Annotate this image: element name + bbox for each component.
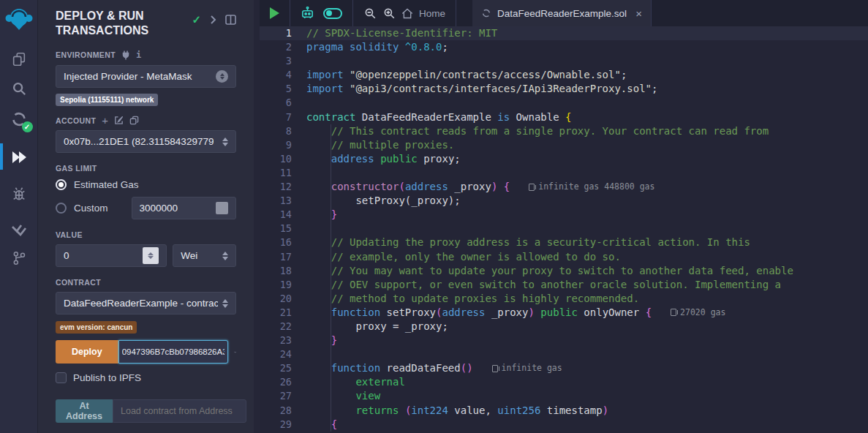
tab-title: DataFeedReaderExample.sol (497, 8, 627, 19)
ai-toggle[interactable] (323, 8, 342, 19)
home-label[interactable]: Home (419, 8, 445, 19)
code-line[interactable]: 3 (260, 54, 868, 68)
custom-gas-input[interactable]: 3000000 (132, 197, 236, 219)
code-line[interactable]: 8 // This contract reads from a single p… (260, 124, 868, 138)
ipfs-checkbox[interactable] (56, 372, 67, 383)
ai-segment (290, 0, 353, 26)
code-line[interactable]: 10 address public proxy; (260, 152, 868, 166)
home-icon[interactable] (401, 8, 413, 19)
account-select[interactable]: 0x07b...21DE1 (82.311584329779 (56, 130, 236, 153)
code-line[interactable]: 23 } (260, 334, 868, 347)
debugger-icon[interactable] (10, 184, 29, 203)
code-line[interactable]: 17 // example, only the owner is allowed… (260, 250, 868, 264)
at-address-button[interactable]: At Address (56, 399, 113, 423)
deploy-button[interactable]: Deploy (56, 340, 118, 364)
line-number: 12 (260, 180, 292, 194)
code-line[interactable]: 20 // method to update proxies is highly… (260, 292, 868, 306)
code-line[interactable]: 29 { (260, 418, 868, 432)
select-arrows-icon (222, 138, 228, 146)
line-number: 24 (260, 347, 292, 361)
code-line[interactable]: 5import "@api3/contracts/interfaces/IApi… (260, 82, 868, 96)
copy-icon[interactable] (129, 116, 139, 125)
line-number: 11 (260, 166, 292, 180)
code-line[interactable]: 2pragma solidity ^0.8.0; (260, 40, 868, 54)
code-line[interactable]: 25 function readDataFeed()infinite gas (260, 361, 868, 375)
chevron-down-icon[interactable] (234, 349, 236, 355)
code-line[interactable]: 4import "@openzeppelin/contracts/access/… (260, 68, 868, 82)
close-icon[interactable]: × (635, 7, 642, 20)
code-line[interactable]: 19 // OEV support, or even switch to ano… (260, 278, 868, 292)
line-number: 10 (260, 152, 292, 166)
line-number: 25 (260, 361, 292, 375)
publish-ipfs-row[interactable]: Publish to IPFS (56, 372, 236, 383)
code-line[interactable]: 16 // Updating the proxy address is a se… (260, 236, 868, 249)
line-number: 22 (260, 320, 292, 334)
code-line[interactable]: 13 setProxy(_proxy); (260, 194, 868, 208)
solidity-compiler-icon[interactable]: ✓ (10, 110, 29, 129)
unit-select-arrows-icon (222, 252, 228, 260)
line-number: 8 (260, 124, 292, 138)
gas-estimate-annotation: infinite gas 448800 gas (529, 180, 654, 194)
code-line[interactable]: 7contract DataFeedReaderExample is Ownab… (260, 110, 868, 124)
plug-icon[interactable] (121, 50, 130, 60)
icon-rail: ✓ (0, 0, 38, 433)
code-editor[interactable]: 1// SPDX-License-Identifier: MIT2pragma … (260, 26, 868, 433)
code-line[interactable]: 12 constructor(address _proxy) {infinite… (260, 180, 868, 194)
at-address-input[interactable] (113, 399, 246, 423)
value-spinner[interactable] (143, 247, 159, 264)
code-line[interactable]: 6 (260, 96, 868, 110)
search-icon[interactable] (10, 79, 29, 98)
line-number: 14 (260, 208, 292, 222)
active-plugin-indicator (0, 143, 3, 170)
line-number: 6 (260, 96, 292, 110)
contract-select-arrows-icon (222, 299, 228, 308)
environment-select[interactable]: Injected Provider - MetaMask (56, 65, 236, 88)
info-icon[interactable]: i (136, 50, 141, 60)
code-line[interactable]: 26 external (260, 375, 868, 389)
zoom-in-icon[interactable] (382, 7, 396, 20)
code-line[interactable]: 28 returns (int224 value, uint256 timest… (260, 404, 868, 418)
network-badge: Sepolia (11155111) network (56, 94, 158, 106)
pin-panel-icon[interactable] (225, 15, 236, 25)
chevron-right-icon[interactable] (210, 15, 216, 24)
tab-datafeedreaderexample[interactable]: DataFeedReaderExample.sol × (472, 0, 652, 26)
code-line[interactable]: 14 } (260, 208, 868, 222)
editor-toolbar: Home DataFeedReaderExample.sol × (260, 0, 868, 26)
deploy-args-input[interactable] (118, 340, 228, 364)
code-line[interactable]: 1// SPDX-License-Identifier: MIT (260, 26, 868, 40)
static-analysis-icon[interactable] (10, 219, 29, 238)
environment-toggle-icon[interactable] (216, 70, 228, 83)
ipfs-label: Publish to IPFS (73, 372, 141, 383)
code-line[interactable]: 15 (260, 222, 868, 236)
line-number: 23 (260, 334, 292, 347)
custom-gas-radio[interactable] (56, 203, 67, 214)
code-line[interactable]: 22 proxy = _proxy; (260, 320, 868, 334)
gas-input-handle (216, 202, 228, 214)
edit-icon[interactable] (114, 116, 124, 125)
play-icon[interactable] (270, 7, 279, 19)
code-line[interactable]: 11 (260, 166, 868, 180)
value-input[interactable]: 0 (56, 244, 167, 267)
line-number: 27 (260, 389, 292, 403)
gas-pump-icon (671, 309, 676, 316)
code-line[interactable]: 27 view (260, 389, 868, 403)
gas-limit-label: GAS LIMIT (56, 164, 97, 173)
value-unit-select[interactable]: Wei (173, 244, 236, 267)
zoom-out-icon[interactable] (363, 7, 377, 20)
deploy-run-icon[interactable] (10, 148, 29, 167)
file-explorer-icon[interactable] (10, 50, 29, 69)
line-number: 15 (260, 222, 292, 236)
contract-select[interactable]: DataFeedReaderExample - contracts (56, 292, 236, 315)
line-number: 9 (260, 138, 292, 152)
panel-title: DEPLOY & RUN TRANSACTIONS (56, 9, 180, 38)
code-line[interactable]: 21 function setProxy(address _proxy) pub… (260, 306, 868, 320)
code-line[interactable]: 18 // You may want to update your proxy … (260, 264, 868, 278)
estimated-gas-radio[interactable] (56, 179, 67, 190)
code-line[interactable]: 24 (260, 347, 868, 361)
robot-icon[interactable] (301, 7, 314, 20)
remix-logo[interactable] (3, 3, 35, 37)
code-line[interactable]: 9 // multiple proxies. (260, 138, 868, 152)
git-icon[interactable] (10, 249, 29, 268)
add-account-icon[interactable]: + (102, 117, 108, 124)
editor-column: Home DataFeedReaderExample.sol × 1// SPD… (260, 0, 868, 433)
